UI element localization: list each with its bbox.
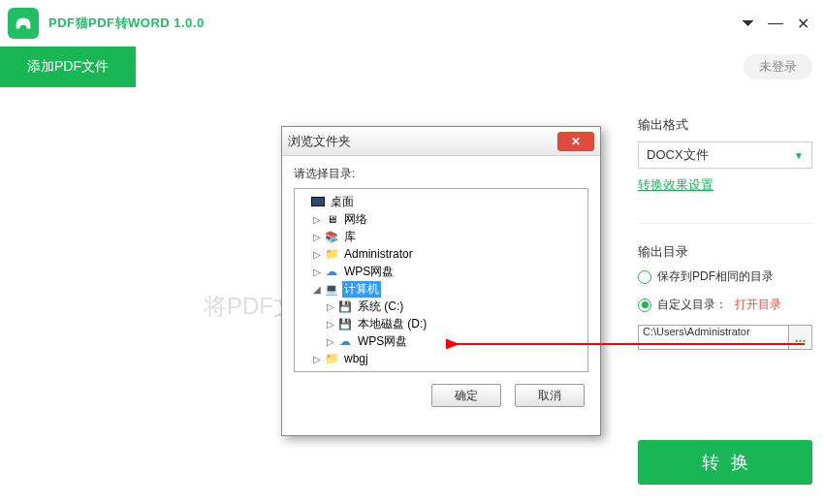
tree-node-administrator[interactable]: ▷Administrator bbox=[297, 245, 586, 263]
expand-icon[interactable]: ▷ bbox=[310, 232, 324, 242]
output-format-value: DOCX文件 bbox=[647, 146, 709, 164]
tree-node-library[interactable]: ▷库 bbox=[297, 228, 586, 245]
radio-same-label: 保存到PDF相同的目录 bbox=[657, 268, 774, 285]
monitor-icon bbox=[311, 197, 325, 206]
right-panel: 输出格式 DOCX文件 ▼ 转换效果设置 输出目录 保存到PDF相同的目录 自定… bbox=[638, 116, 812, 350]
login-button[interactable]: 未登录 bbox=[744, 54, 812, 79]
dialog-ok-button[interactable]: 确定 bbox=[431, 384, 501, 407]
expand-icon[interactable]: ▷ bbox=[310, 214, 324, 225]
output-format-select[interactable]: DOCX文件 ▼ bbox=[638, 142, 812, 169]
dialog-close-button[interactable]: ✕ bbox=[557, 132, 594, 151]
tree-node-desktop[interactable]: ▷桌面 bbox=[297, 193, 586, 210]
tree-node-wps2[interactable]: ▷WPS网盘 bbox=[297, 332, 586, 350]
radio-icon bbox=[638, 299, 651, 312]
app-title: PDF猫PDF转WORD 1.0.0 bbox=[48, 15, 205, 32]
output-path-input[interactable]: C:\Users\Administrator bbox=[638, 325, 789, 350]
computer-icon bbox=[324, 282, 339, 296]
cloud-icon bbox=[324, 265, 339, 278]
radio-same-dir[interactable]: 保存到PDF相同的目录 bbox=[638, 268, 812, 285]
folder-icon bbox=[324, 247, 339, 261]
cloud-icon bbox=[337, 334, 353, 348]
expand-icon[interactable]: ▷ bbox=[310, 249, 324, 260]
conversion-settings-link[interactable]: 转换效果设置 bbox=[638, 177, 713, 192]
dialog-title: 浏览文件夹 bbox=[288, 133, 557, 150]
dialog-cancel-button[interactable]: 取消 bbox=[515, 384, 585, 407]
tree-node-drive-d[interactable]: ▷本地磁盘 (D:) bbox=[297, 315, 586, 332]
dialog-prompt: 请选择目录: bbox=[282, 156, 600, 188]
library-icon bbox=[324, 230, 339, 243]
app-logo bbox=[8, 8, 39, 39]
minimize-button[interactable]: — bbox=[762, 10, 789, 37]
output-format-label: 输出格式 bbox=[638, 116, 812, 134]
pin-button[interactable]: ⏷ bbox=[735, 10, 762, 37]
radio-icon bbox=[638, 270, 651, 284]
open-dir-link[interactable]: 打开目录 bbox=[735, 297, 781, 313]
collapse-icon[interactable]: ◢ bbox=[310, 284, 324, 295]
radio-custom-dir[interactable]: 自定义目录： 打开目录 bbox=[638, 297, 812, 313]
output-path-row: C:\Users\Administrator ... bbox=[638, 325, 812, 350]
drive-icon bbox=[337, 317, 353, 331]
dropdown-caret-icon: ▼ bbox=[794, 150, 804, 161]
tree-node-computer[interactable]: ◢计算机 bbox=[297, 280, 586, 298]
browse-output-path-button[interactable]: ... bbox=[789, 325, 812, 350]
output-dir-label: 输出目录 bbox=[638, 243, 812, 261]
divider bbox=[638, 223, 812, 224]
expand-icon[interactable]: ▷ bbox=[324, 301, 337, 312]
dialog-buttons: 确定 取消 bbox=[282, 372, 600, 407]
expand-icon[interactable]: ▷ bbox=[324, 319, 337, 330]
network-icon bbox=[324, 212, 339, 226]
expand-icon[interactable]: ▷ bbox=[310, 267, 324, 277]
tree-node-network[interactable]: ▷网络 bbox=[297, 210, 586, 228]
folder-tree[interactable]: ▷桌面 ▷网络 ▷库 ▷Administrator ▷WPS网盘 ◢计算机 ▷系… bbox=[294, 188, 588, 372]
radio-custom-label: 自定义目录： bbox=[657, 297, 727, 313]
add-pdf-button[interactable]: 添加PDF文件 bbox=[0, 47, 136, 87]
titlebar: PDF猫PDF转WORD 1.0.0 ⏷ — ✕ bbox=[0, 0, 824, 47]
convert-button[interactable]: 转换 bbox=[638, 440, 812, 485]
tree-node-wps[interactable]: ▷WPS网盘 bbox=[297, 263, 586, 280]
tree-node-wbgj[interactable]: ▷wbgj bbox=[297, 350, 586, 367]
dialog-titlebar[interactable]: 浏览文件夹 ✕ bbox=[282, 127, 600, 156]
close-app-button[interactable]: ✕ bbox=[789, 10, 816, 37]
toolbar: 添加PDF文件 未登录 bbox=[0, 47, 824, 87]
browse-folder-dialog: 浏览文件夹 ✕ 请选择目录: ▷桌面 ▷网络 ▷库 ▷Administrator… bbox=[281, 126, 601, 436]
expand-icon[interactable]: ▷ bbox=[324, 336, 337, 347]
tree-node-drive-c[interactable]: ▷系统 (C:) bbox=[297, 298, 586, 315]
folder-icon bbox=[324, 352, 339, 365]
expand-icon[interactable]: ▷ bbox=[310, 354, 324, 364]
drive-icon bbox=[337, 299, 353, 313]
